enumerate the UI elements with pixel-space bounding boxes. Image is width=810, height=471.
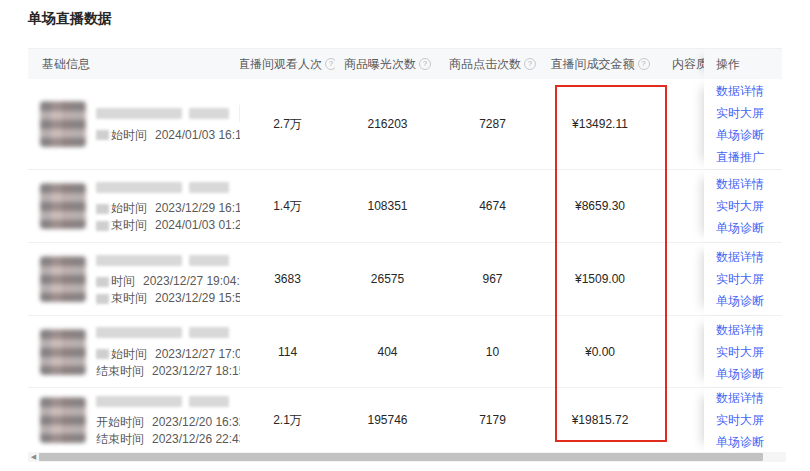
table-row: 时间2023/12/27 19:04:58束时间2023/12/29 15:52… — [28, 243, 782, 316]
time-label: 始时间 — [111, 346, 147, 363]
stream-thumbnail — [40, 256, 86, 302]
time-value: 2023/12/29 16:11:59 — [155, 200, 240, 217]
end-time-line: 结束时间2023/12/26 22:43:50 — [96, 431, 240, 448]
live-promotion-link[interactable]: 直播推广 — [716, 146, 764, 168]
time-value: 2023/12/20 16:32:13 — [152, 414, 240, 431]
info-icon[interactable]: ? — [524, 58, 536, 70]
realtime-screen-link[interactable]: 实时大屏 — [716, 268, 764, 290]
time-label: 时间 — [111, 273, 135, 290]
blur-smudge — [96, 294, 109, 304]
start-time-line: 始时间2023/12/27 17:01:48 — [96, 346, 240, 363]
viewers-cell: 2.1万 — [240, 388, 335, 452]
stream-title-line — [96, 251, 240, 269]
session-diagnosis-link[interactable]: 单场诊断 — [716, 124, 764, 146]
data-details-link[interactable]: 数据详情 — [716, 173, 764, 195]
time-label: 开始时间 — [96, 414, 144, 431]
blurred-title — [96, 396, 182, 407]
realtime-screen-link[interactable]: 实时大屏 — [716, 409, 764, 431]
col-header-clicks: 商品点击次数? — [440, 49, 545, 79]
col-header-label: 操作 — [716, 56, 740, 73]
gmv-cell: ¥13492.11 — [545, 79, 655, 169]
stream-thumbnail — [40, 183, 86, 229]
blurred-title — [96, 182, 182, 193]
time-value: 2024/01/03 16:17:09 — [155, 127, 240, 144]
time-label: 始时间 — [111, 127, 147, 144]
time-value: 2023/12/29 15:52:53 — [155, 290, 240, 307]
col-header-gmv: 直播间成交金额? — [545, 49, 655, 79]
stream-title-line — [96, 178, 240, 196]
actions-cell: 数据详情实时大屏单场诊断 — [704, 316, 782, 387]
stream-title-line — [96, 392, 240, 410]
blur-smudge — [96, 130, 109, 140]
basic-info-cell: 始时间2023/12/27 17:01:48结束时间2023/12/27 18:… — [28, 316, 240, 387]
session-diagnosis-link[interactable]: 单场诊断 — [716, 217, 764, 239]
time-label: 始时间 — [111, 200, 147, 217]
table-row: 开播中始时间2024/01/03 16:17:092.7万2162037287¥… — [28, 79, 782, 170]
gmv-cell: ¥8659.30 — [545, 170, 655, 242]
gmv-cell: ¥19815.72 — [545, 388, 655, 452]
time-value: 2023/12/26 22:43:50 — [152, 431, 240, 448]
realtime-screen-link[interactable]: 实时大屏 — [716, 341, 764, 363]
live-data-page: 单场直播数据 基础信息直播间观看人次?商品曝光次数?商品点击次数?直播间成交金额… — [0, 0, 810, 471]
page-title: 单场直播数据 — [28, 10, 112, 28]
blur-smudge — [96, 204, 109, 214]
session-diagnosis-link[interactable]: 单场诊断 — [716, 290, 764, 312]
end-time-line: 束时间2023/12/29 15:52:53 — [96, 290, 240, 307]
clicks-cell: 7179 — [440, 388, 545, 452]
clicks-cell: 4674 — [440, 170, 545, 242]
basic-info-cell: 始时间2023/12/29 16:11:59束时间2024/01/03 01:2… — [28, 170, 240, 242]
live-sessions-table: 基础信息直播间观看人次?商品曝光次数?商品点击次数?直播间成交金额?内容质量操作… — [28, 48, 782, 453]
time-value: 2023/12/27 18:15:44 — [152, 363, 240, 380]
start-time-line: 始时间2023/12/29 16:11:59 — [96, 200, 240, 217]
data-details-link[interactable]: 数据详情 — [716, 388, 764, 409]
realtime-screen-link[interactable]: 实时大屏 — [716, 195, 764, 217]
data-details-link[interactable]: 数据详情 — [716, 80, 764, 102]
col-header-exposure: 商品曝光次数? — [335, 49, 440, 79]
gmv-cell: ¥0.00 — [545, 316, 655, 387]
col-header-label: 直播间成交金额 — [551, 56, 635, 73]
table-row: 始时间2023/12/29 16:11:59束时间2024/01/03 01:2… — [28, 170, 782, 243]
info-icon[interactable]: ? — [325, 58, 335, 70]
stream-title-line: 开播中 — [96, 105, 240, 123]
table-row: 始时间2023/12/27 17:01:48结束时间2023/12/27 18:… — [28, 316, 782, 388]
exposure-cell: 195746 — [335, 388, 440, 452]
data-details-link[interactable]: 数据详情 — [716, 319, 764, 341]
basic-info-cell: 时间2023/12/27 19:04:58束时间2023/12/29 15:52… — [28, 243, 240, 315]
exposure-cell: 404 — [335, 316, 440, 387]
col-header-label: 商品点击次数 — [449, 56, 521, 73]
session-diagnosis-link[interactable]: 单场诊断 — [716, 363, 764, 385]
info-icon[interactable]: ? — [419, 58, 431, 70]
col-header-info: 基础信息 — [28, 49, 240, 79]
blurred-title-segment — [189, 396, 229, 407]
time-value: 2023/12/27 17:01:48 — [155, 346, 240, 363]
time-value: 2023/12/27 19:04:58 — [143, 273, 240, 290]
actions-cell: 数据详情实时大屏单场诊断 — [704, 243, 782, 315]
viewers-cell: 3683 — [240, 243, 335, 315]
stream-thumbnail — [40, 101, 86, 147]
session-diagnosis-link[interactable]: 单场诊断 — [716, 431, 764, 452]
stream-thumbnail — [40, 329, 86, 375]
exposure-cell: 216203 — [335, 79, 440, 169]
actions-cell: 数据详情实时大屏单场诊断 — [704, 170, 782, 242]
exposure-cell: 26575 — [335, 243, 440, 315]
blurred-title — [96, 327, 182, 338]
blur-smudge — [96, 349, 109, 359]
info-icon[interactable]: ? — [638, 58, 650, 70]
stream-meta: 始时间2023/12/27 17:01:48结束时间2023/12/27 18:… — [96, 324, 240, 380]
col-header-label: 内容质量 — [672, 56, 704, 73]
blurred-title-segment — [189, 182, 229, 193]
data-details-link[interactable]: 数据详情 — [716, 246, 764, 268]
blur-smudge — [96, 221, 109, 231]
stream-title-line — [96, 324, 240, 342]
table-body: 开播中始时间2024/01/03 16:17:092.7万2162037287¥… — [28, 79, 782, 453]
blurred-title — [96, 108, 182, 119]
time-label: 结束时间 — [96, 363, 144, 380]
scrollbar-thumb[interactable] — [39, 453, 763, 461]
quality-cell — [655, 170, 704, 242]
time-label: 结束时间 — [96, 431, 144, 448]
stream-meta: 始时间2023/12/29 16:11:59束时间2024/01/03 01:2… — [96, 178, 240, 234]
scrollbar-left-arrow-icon[interactable]: ◀ — [28, 452, 39, 462]
horizontal-scrollbar: ◀ — [28, 452, 786, 462]
basic-info-cell: 开播中始时间2024/01/03 16:17:09 — [28, 79, 240, 169]
realtime-screen-link[interactable]: 实时大屏 — [716, 102, 764, 124]
